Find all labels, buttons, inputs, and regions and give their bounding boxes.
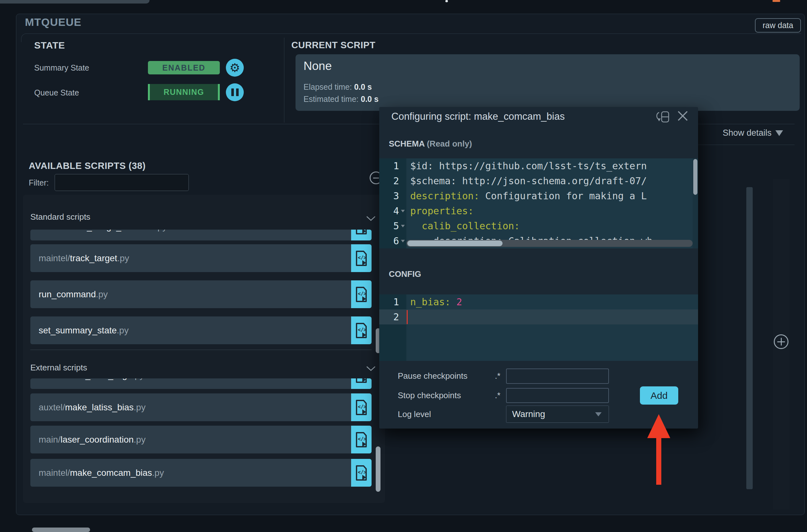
- script-launch-icon[interactable]: </>: [351, 230, 372, 241]
- pause-checkpoints-value: .*: [495, 371, 500, 381]
- panel-sheet-border: [21, 34, 801, 42]
- line-number: 2: [379, 175, 399, 187]
- schema-horizontal-scrollbar[interactable]: [406, 240, 693, 247]
- pause-checkpoints-label: Pause checkpoints: [398, 371, 467, 381]
- script-launch-icon[interactable]: </>: [351, 394, 372, 421]
- svg-text:</>: </>: [358, 291, 367, 297]
- code-line: 1n_bias: 2: [379, 294, 698, 309]
- script-row[interactable]: maintel/make_comcam_bias.py </>: [30, 459, 372, 487]
- schema-readonly-note: (Read only): [427, 139, 472, 149]
- available-scripts-heading: AVAILABLE SCRIPTS (38): [29, 160, 146, 171]
- log-level-select[interactable]: Warning: [506, 405, 609, 423]
- code-line: 4properties:: [379, 204, 698, 218]
- queue-state-label: Queue State: [34, 88, 79, 97]
- line-number: 5: [379, 220, 399, 231]
- chevron-down-icon[interactable]: [366, 216, 376, 221]
- flip-orientation-icon[interactable]: [656, 110, 671, 124]
- chevron-down-icon: [775, 130, 783, 136]
- show-details-toggle[interactable]: Show details: [722, 128, 783, 138]
- filter-input[interactable]: [55, 174, 189, 191]
- script-row[interactable]: set_summary_state.py </>: [30, 317, 372, 344]
- code-line: 1$id: https://github.com/lsst-ts/ts_exte…: [379, 158, 698, 173]
- code-line: 2$schema: http://json-schema.org/draft-0…: [379, 173, 698, 188]
- summary-state-config-button[interactable]: ⚙: [226, 59, 244, 77]
- line-number: 1: [379, 296, 399, 307]
- group-external-scripts[interactable]: External scripts: [30, 363, 87, 373]
- code-line: 3description: Configuration for making a…: [379, 188, 698, 204]
- script-row[interactable]: maintel/track_target.py </>: [30, 244, 372, 272]
- annotation-arrow: [645, 412, 674, 487]
- config-code-editor[interactable]: 1n_bias: 22: [379, 294, 698, 361]
- browser-tab-remnant: [0, 0, 150, 3]
- line-number: 6: [379, 235, 399, 247]
- script-launch-icon[interactable]: </>: [351, 378, 372, 389]
- script-launch-icon[interactable]: </>: [351, 280, 372, 308]
- script-launch-icon[interactable]: </>: [351, 426, 372, 453]
- current-script-heading: CURRENT SCRIPT: [292, 40, 375, 51]
- schema-label: SCHEMA (Read only): [389, 139, 472, 149]
- page-title: MTQUEUE: [25, 16, 81, 28]
- mtqueue-app: MTQUEUE raw data STATE Summary State ENA…: [0, 0, 807, 532]
- script-launch-icon[interactable]: </>: [351, 459, 372, 487]
- external-list-scrollbar[interactable]: [376, 446, 380, 492]
- add-script-button[interactable]: [774, 334, 788, 349]
- queue-scrollbar[interactable]: [746, 187, 753, 489]
- summary-state-label: Summary State: [34, 63, 89, 73]
- elapsed-time-row: Elapsed time: 0.0 s: [303, 82, 372, 92]
- line-number: 3: [379, 190, 399, 202]
- log-level-label: Log level: [398, 410, 431, 419]
- script-row[interactable]: main/laser_coordination.py </>: [30, 426, 372, 453]
- scripts-list-panel: [23, 195, 385, 503]
- configure-script-dialog: Configuring script: make_comcam_bias SCH…: [379, 107, 698, 429]
- pause-icon: [231, 89, 239, 96]
- estimated-time-row: Estimated time: 0.0 s: [303, 95, 379, 104]
- line-number: 2: [379, 311, 399, 323]
- gear-icon: ⚙: [229, 62, 240, 74]
- schema-vertical-scrollbar[interactable]: [693, 158, 698, 248]
- line-number: 4: [379, 205, 399, 216]
- chevron-down-icon[interactable]: [366, 366, 376, 372]
- current-script-name: None: [303, 59, 332, 73]
- select-caret-icon: [595, 412, 602, 416]
- raw-data-button[interactable]: raw data: [755, 18, 801, 33]
- text-cursor: [407, 310, 408, 324]
- script-row[interactable]: auxtel/make_latiss_bias.py </>: [30, 394, 372, 421]
- svg-text:</>: </>: [358, 436, 367, 442]
- script-launch-icon[interactable]: </>: [351, 317, 372, 344]
- script-row-clipped[interactable]: auxtel/latiss_cwfs_align.py </>: [30, 378, 372, 389]
- state-heading: STATE: [34, 40, 65, 51]
- pause-checkpoints-input[interactable]: [506, 368, 609, 384]
- fold-caret-icon: [401, 240, 405, 242]
- svg-text:</>: </>: [358, 404, 367, 410]
- summary-state-badge: ENABLED: [148, 61, 220, 74]
- browser-accent-sliver: [772, 0, 780, 2]
- schema-code-editor[interactable]: 1$id: https://github.com/lsst-ts/ts_exte…: [379, 158, 698, 248]
- group-divider: [30, 350, 372, 350]
- fold-caret-icon: [401, 225, 405, 227]
- queue-state-badge: RUNNING: [148, 84, 220, 100]
- queue-pause-button[interactable]: [226, 83, 244, 101]
- stop-checkpoints-input[interactable]: [506, 388, 609, 403]
- script-row[interactable]: run_command.py </>: [30, 280, 372, 308]
- add-button[interactable]: Add: [640, 386, 678, 404]
- state-divider: [284, 38, 284, 122]
- group-standard-scripts[interactable]: Standard scripts: [30, 212, 90, 222]
- minus-icon: [373, 177, 379, 178]
- stop-checkpoints-label: Stop checkpoints: [398, 391, 461, 400]
- close-icon[interactable]: [677, 110, 689, 122]
- estimated-time-value: 0.0 s: [361, 95, 379, 103]
- elapsed-time-value: 0.0 s: [354, 82, 372, 91]
- svg-text:</>: </>: [358, 255, 367, 261]
- line-number: 1: [379, 160, 399, 171]
- code-line: 2: [379, 309, 698, 324]
- svg-text:</>: </>: [358, 470, 367, 475]
- stop-checkpoints-value: .*: [495, 391, 500, 400]
- filter-label: Filter:: [29, 178, 49, 187]
- script-row-clipped[interactable]: maintel/take_image_comcam.py </>: [30, 230, 372, 241]
- script-launch-icon[interactable]: </>: [351, 244, 372, 272]
- dialog-title: Configuring script: make_comcam_bias: [391, 111, 565, 122]
- config-label: CONFIG: [389, 269, 421, 279]
- dock-remnant: [32, 528, 90, 532]
- svg-text:</>: </>: [358, 327, 367, 333]
- fold-caret-icon: [401, 210, 405, 212]
